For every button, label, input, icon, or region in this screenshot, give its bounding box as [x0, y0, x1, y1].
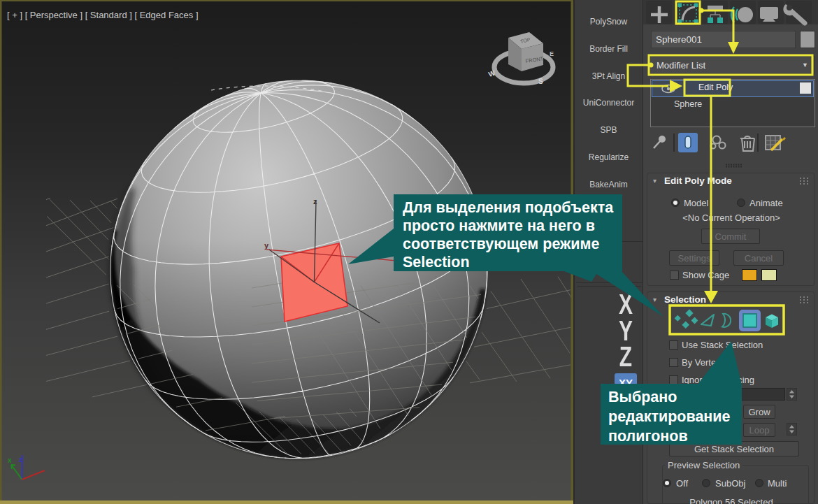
- svg-text:y: y: [264, 241, 269, 250]
- svg-text:z: z: [313, 197, 317, 206]
- svg-text:E: E: [550, 50, 554, 57]
- svg-text:S: S: [538, 78, 543, 85]
- svg-text:x: x: [8, 456, 12, 464]
- svg-text:[ + ] [ Perspective ] [ Standa: [ + ] [ Perspective ] [ Standard ] [ Edg…: [7, 10, 199, 20]
- svg-text:z: z: [19, 456, 22, 463]
